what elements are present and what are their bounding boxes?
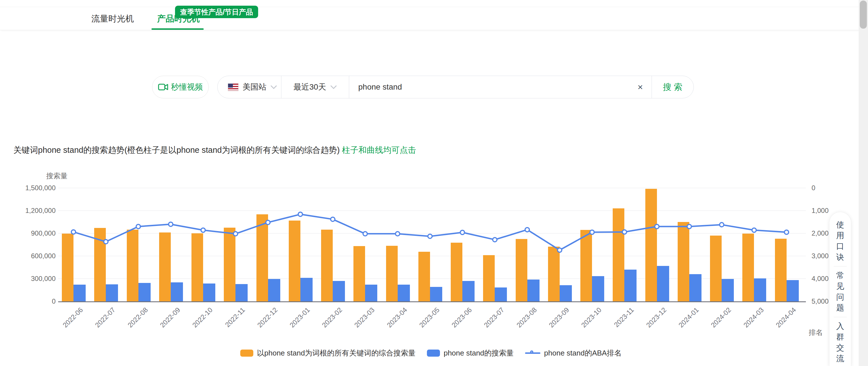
x-axis-label: 2023-09: [548, 306, 571, 329]
left-axis-title: 搜索量: [46, 171, 67, 180]
line-point[interactable]: [752, 228, 756, 232]
line-point[interactable]: [168, 222, 173, 227]
line-point[interactable]: [493, 238, 497, 242]
date-range-select[interactable]: 最近30天: [281, 76, 349, 98]
x-axis-label: 2023-07: [483, 306, 506, 329]
video-tutorial-label: 秒懂视频: [171, 81, 203, 92]
tab-bar: 流量时光机 产品时光机 查季节性产品/节日产品: [0, 7, 868, 30]
divider: [834, 317, 847, 317]
x-axis-label: 2023-04: [385, 306, 408, 329]
legend-label: 以phone stand为词根的所有关键词的综合搜索量: [257, 348, 415, 358]
chevron-down-icon: [330, 85, 337, 89]
x-axis-label: 2022-07: [94, 306, 117, 329]
top-strip: [0, 0, 868, 7]
floating-help-panel: 使用口诀 常见问题 入群交流 运: [829, 212, 851, 366]
line-point[interactable]: [720, 223, 724, 227]
line-point[interactable]: [363, 232, 367, 236]
active-tab-underline: [152, 28, 204, 30]
scrollbar-thumb[interactable]: [860, 1, 867, 29]
us-flag-icon: [228, 84, 239, 91]
left-axis-tick-label: 1,200,000: [10, 207, 56, 214]
panel-item-join-group[interactable]: 入群交流: [836, 321, 844, 364]
left-axis-tick-label: 600,000: [10, 252, 56, 260]
chart-title-hint-link[interactable]: 柱子和曲线均可点击: [342, 145, 416, 155]
line-point[interactable]: [201, 228, 205, 232]
x-axis-label: 2022-06: [61, 306, 85, 329]
line-point[interactable]: [655, 225, 659, 229]
x-axis-label: 2023-02: [320, 306, 344, 329]
right-axis-tick-label: 4,000: [811, 275, 829, 282]
x-axis-label: 2023-03: [353, 306, 376, 329]
line-point[interactable]: [266, 220, 270, 225]
x-axis-line: [58, 301, 806, 302]
orange-bar-legend-swatch: [240, 350, 253, 357]
line-point[interactable]: [428, 234, 432, 238]
clear-input-icon[interactable]: ×: [629, 76, 652, 98]
keyword-input-wrap: ×: [349, 76, 652, 98]
left-axis-tick-label: 0: [10, 297, 56, 305]
x-axis-label: 2023-01: [288, 306, 311, 329]
legend-item-keyword-volume[interactable]: phone stand的搜索量: [427, 348, 514, 358]
blue-bar-legend-swatch: [427, 350, 440, 357]
x-axis-label: 2022-12: [255, 306, 279, 329]
line-point[interactable]: [396, 232, 400, 236]
line-point[interactable]: [590, 230, 594, 234]
legend-label: phone stand的搜索量: [444, 348, 514, 358]
x-axis-label: 2023-06: [450, 306, 473, 329]
line-point[interactable]: [622, 230, 627, 234]
right-axis-tick-label: 5,000: [811, 297, 829, 305]
x-axis-label: 2024-04: [774, 306, 798, 329]
right-axis-title: 排名: [809, 328, 823, 337]
right-axis-tick-label: 3,000: [811, 252, 829, 260]
search-button[interactable]: 搜 索: [652, 76, 693, 98]
line-point[interactable]: [784, 230, 788, 234]
scrollbar-track: [859, 0, 868, 366]
x-axis-label: 2023-11: [613, 306, 636, 329]
x-axis-label: 2022-10: [191, 306, 214, 329]
line-legend-marker: [525, 350, 540, 357]
x-axis-label: 2022-08: [126, 306, 149, 329]
left-axis-tick-label: 1,500,000: [10, 184, 56, 192]
x-axis-label: 2024-03: [742, 306, 765, 329]
chart-title-text: 关键词phone stand的搜索趋势(橙色柱子是以phone stand为词根…: [13, 145, 342, 155]
line-point[interactable]: [234, 232, 238, 236]
left-axis-tick-label: 900,000: [10, 229, 56, 237]
video-camera-icon: [158, 84, 168, 91]
site-select-value: 美国站: [243, 81, 266, 92]
legend-item-aba-rank[interactable]: phone stand的ABA排名: [525, 348, 621, 358]
x-axis-label: 2023-12: [645, 306, 668, 329]
chart-title: 关键词phone stand的搜索趋势(橙色柱子是以phone stand为词根…: [13, 144, 416, 156]
line-point[interactable]: [331, 217, 335, 222]
x-axis-label: 2022-09: [159, 306, 182, 329]
line-point[interactable]: [104, 239, 108, 244]
search-group: 美国站 最近30天 × 搜 索: [217, 76, 694, 98]
chart-legend: 以phone stand为词根的所有关键词的综合搜索量 phone stand的…: [58, 346, 804, 360]
x-axis-label: 2023-08: [515, 306, 538, 329]
keyword-input[interactable]: [349, 82, 629, 92]
tab-traffic-time-machine[interactable]: 流量时光机: [91, 7, 134, 30]
right-axis-tick-label: 2,000: [811, 229, 829, 237]
chevron-down-icon: [270, 85, 277, 89]
legend-item-root-keywords-volume[interactable]: 以phone stand为词根的所有关键词的综合搜索量: [240, 348, 415, 358]
line-point[interactable]: [298, 212, 302, 216]
left-axis-tick-label: 300,000: [10, 275, 56, 282]
line-point[interactable]: [136, 225, 141, 229]
x-axis-label: 2023-05: [418, 306, 441, 329]
right-axis-tick-label: 1,000: [811, 207, 829, 214]
video-tutorial-button[interactable]: 秒懂视频: [152, 76, 209, 98]
line-point[interactable]: [525, 228, 529, 232]
page: 流量时光机 产品时光机 查季节性产品/节日产品 秒懂视频 美国站 最近30天: [0, 0, 868, 366]
site-select[interactable]: 美国站: [218, 76, 281, 98]
x-axis-label: 2024-01: [677, 306, 700, 329]
panel-item-usage-tips[interactable]: 使用口诀: [836, 220, 844, 263]
right-axis-tick-label: 0: [811, 184, 815, 192]
x-axis-label: 2023-10: [580, 306, 603, 329]
line-point[interactable]: [687, 225, 691, 229]
line-point[interactable]: [460, 230, 465, 234]
legend-label: phone stand的ABA排名: [544, 348, 621, 358]
line-point[interactable]: [71, 230, 76, 234]
aba-rank-line[interactable]: [58, 188, 804, 301]
panel-item-faq[interactable]: 常见问题: [836, 270, 844, 313]
x-axis-label: 2022-11: [223, 306, 247, 329]
line-point[interactable]: [557, 248, 562, 252]
